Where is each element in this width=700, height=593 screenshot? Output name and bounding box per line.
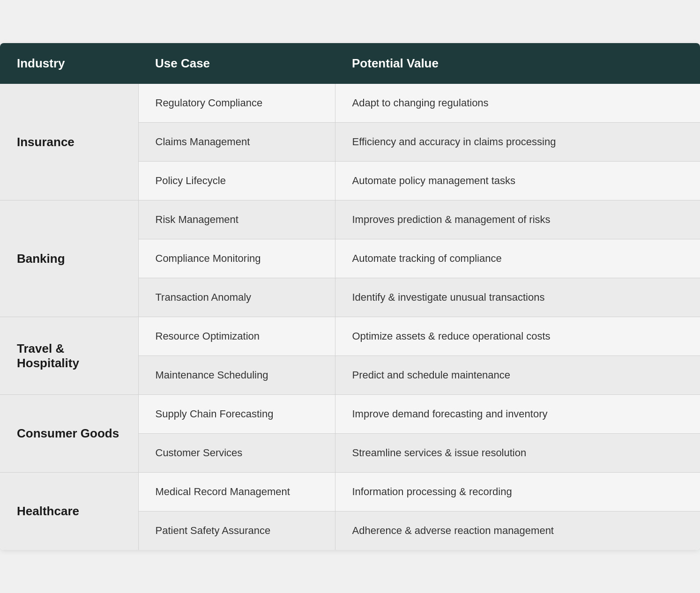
table-row: Consumer GoodsSupply Chain ForecastingIm… [0, 395, 700, 434]
industry-cell: Healthcare [0, 473, 138, 550]
industry-cell: Banking [0, 200, 138, 317]
value-cell: Identify & investigate unusual transacti… [335, 278, 700, 317]
value-cell: Improve demand forecasting and inventory [335, 395, 700, 434]
usecase-cell: Transaction Anomaly [138, 278, 335, 317]
usecase-cell: Medical Record Management [138, 473, 335, 511]
industry-table: Industry Use Case Potential Value Insura… [0, 43, 700, 550]
value-cell: Adapt to changing regulations [335, 84, 700, 123]
usecase-cell: Patient Safety Assurance [138, 511, 335, 550]
usecase-cell: Compliance Monitoring [138, 239, 335, 278]
table-wrapper: Industry Use Case Potential Value Insura… [0, 43, 700, 550]
usecase-cell: Supply Chain Forecasting [138, 395, 335, 434]
usecase-cell: Regulatory Compliance [138, 84, 335, 123]
header-usecase: Use Case [138, 43, 335, 84]
value-cell: Information processing & recording [335, 473, 700, 511]
usecase-cell: Claims Management [138, 123, 335, 162]
value-cell: Adherence & adverse reaction management [335, 511, 700, 550]
value-cell: Streamline services & issue resolution [335, 434, 700, 473]
header-value: Potential Value [335, 43, 700, 84]
table-header-row: Industry Use Case Potential Value [0, 43, 700, 84]
usecase-cell: Policy Lifecycle [138, 162, 335, 200]
usecase-cell: Customer Services [138, 434, 335, 473]
table-row: HealthcareMedical Record ManagementInfor… [0, 473, 700, 511]
usecase-cell: Risk Management [138, 200, 335, 239]
industry-cell: Insurance [0, 84, 138, 200]
table-row: Travel & HospitalityResource Optimizatio… [0, 317, 700, 356]
table-row: InsuranceRegulatory ComplianceAdapt to c… [0, 84, 700, 123]
value-cell: Efficiency and accuracy in claims proces… [335, 123, 700, 162]
value-cell: Automate policy management tasks [335, 162, 700, 200]
usecase-cell: Resource Optimization [138, 317, 335, 356]
value-cell: Optimize assets & reduce operational cos… [335, 317, 700, 356]
value-cell: Automate tracking of compliance [335, 239, 700, 278]
usecase-cell: Maintenance Scheduling [138, 356, 335, 395]
industry-cell: Consumer Goods [0, 395, 138, 473]
value-cell: Predict and schedule maintenance [335, 356, 700, 395]
industry-cell: Travel & Hospitality [0, 317, 138, 395]
value-cell: Improves prediction & management of risk… [335, 200, 700, 239]
table-row: BankingRisk ManagementImproves predictio… [0, 200, 700, 239]
header-industry: Industry [0, 43, 138, 84]
